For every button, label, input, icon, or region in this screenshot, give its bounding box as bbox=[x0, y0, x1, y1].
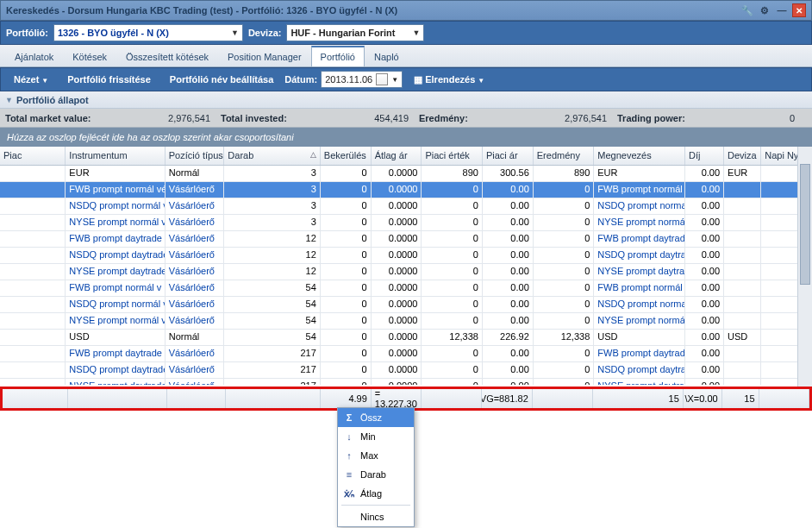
gear-icon[interactable]: ⚙ bbox=[758, 3, 771, 17]
menu-item-össz[interactable]: ΣÖssz bbox=[338, 408, 414, 427]
footer-cell[interactable]: \X=0.00 bbox=[684, 389, 722, 408]
footer-cell[interactable]: = 13,227.30 bbox=[372, 389, 422, 408]
column-header[interactable]: Eredmény bbox=[534, 147, 595, 165]
grid-header: PiacInstrumentumPozíció típusDarabBekerü… bbox=[0, 147, 812, 166]
cell: FWB prompt daytrade bbox=[66, 346, 165, 361]
table-row[interactable]: NSDQ prompt normál vVásárlóerő5400.00000… bbox=[0, 297, 812, 313]
tab-ajánlatok[interactable]: Ajánlatok bbox=[5, 47, 63, 66]
cell: 0.00 bbox=[483, 231, 534, 247]
column-header[interactable]: Pozíció típus bbox=[166, 147, 225, 165]
scrollbar-thumb[interactable] bbox=[800, 164, 810, 285]
portfolio-select[interactable]: 1326 - BYO ügyfél - N (X) ▼ bbox=[53, 24, 243, 41]
datum-label: Dátum: bbox=[284, 74, 317, 85]
cell: 12 bbox=[224, 248, 321, 263]
nezet-button[interactable]: Nézet▼ bbox=[6, 71, 56, 88]
table-row[interactable]: USDNormál5400.000012,338226.9212,338USD0… bbox=[0, 330, 812, 346]
footer-cell[interactable] bbox=[759, 389, 809, 408]
cell: 0 bbox=[534, 215, 595, 230]
cell: 217 bbox=[224, 379, 321, 385]
grid-body[interactable]: EURNormál300.0000890300.56890EUR0.00EURF… bbox=[0, 166, 812, 385]
column-header[interactable]: Piaci érték bbox=[422, 147, 483, 165]
deviza-label: Deviza: bbox=[248, 28, 282, 38]
table-row[interactable]: NSDQ prompt normál vVásárlóerő300.000000… bbox=[0, 198, 812, 215]
column-header[interactable]: Bekerülés bbox=[321, 147, 372, 165]
footer-cell[interactable] bbox=[226, 389, 322, 408]
footer-cell[interactable]: \VG=881.82 bbox=[482, 389, 532, 408]
cell: Normál bbox=[166, 330, 225, 345]
cell: 0.00 bbox=[685, 280, 724, 296]
table-row[interactable]: NYSE prompt daytradeVásárlóerő21700.0000… bbox=[0, 379, 812, 385]
column-header[interactable]: Megnevezés bbox=[594, 147, 685, 165]
cell: 12 bbox=[224, 231, 321, 247]
tab-összesített-kötések[interactable]: Összesített kötések bbox=[116, 47, 218, 66]
cell: 0.00 bbox=[483, 362, 534, 378]
menu-item-min[interactable]: ↓Min bbox=[338, 427, 414, 446]
elrendezes-button[interactable]: ▦ Elrendezés▼ bbox=[406, 71, 492, 89]
wrench-icon[interactable]: 🔧 bbox=[740, 3, 754, 17]
cell: 0.0000 bbox=[372, 215, 422, 230]
cell bbox=[0, 182, 66, 198]
column-header[interactable]: Darab bbox=[224, 147, 321, 165]
deviza-select[interactable]: HUF - Hungarian Forint ▼ bbox=[286, 24, 424, 41]
cell: 0 bbox=[321, 264, 372, 280]
section-header[interactable]: ▼ Portfólió állapot bbox=[0, 91, 812, 109]
tab-position-manager[interactable]: Position Manager bbox=[218, 47, 311, 66]
menu-item-darab[interactable]: ≡Darab bbox=[338, 465, 414, 484]
footer-cell[interactable]: 4.99 bbox=[321, 389, 371, 408]
cell: 0.00 bbox=[483, 313, 534, 329]
cell: 0.0000 bbox=[372, 166, 422, 181]
cell: 0 bbox=[534, 248, 595, 263]
table-row[interactable]: NYSE prompt daytradeVásárlóerő1200.00000… bbox=[0, 264, 812, 280]
column-header[interactable]: Átlag ár bbox=[372, 147, 422, 165]
tab-portfólió[interactable]: Portfólió bbox=[311, 46, 365, 66]
cell: 226.92 bbox=[483, 330, 534, 345]
footer-cell[interactable] bbox=[533, 389, 593, 408]
cell: Vásárlóerő bbox=[166, 379, 225, 385]
group-hint[interactable]: Húzza az oszlop fejlécét ide ha az oszlo… bbox=[0, 128, 812, 147]
chevron-down-icon[interactable]: ▼ bbox=[391, 76, 398, 84]
cell: 0.00 bbox=[483, 198, 534, 214]
tab-kötések[interactable]: Kötések bbox=[63, 47, 116, 66]
table-row[interactable]: NSDQ prompt daytradeVásárlóerő21700.0000… bbox=[0, 362, 812, 379]
ti-label: Total invested: bbox=[215, 113, 345, 123]
frissites-button[interactable]: Portfólió frissítése bbox=[59, 71, 159, 88]
column-header[interactable]: Piac bbox=[0, 147, 66, 165]
table-row[interactable]: FWB prompt normál véVásárlóerő300.000000… bbox=[0, 182, 812, 198]
cell: Vásárlóerő bbox=[166, 264, 225, 280]
tab-napló[interactable]: Napló bbox=[365, 47, 409, 66]
table-row[interactable]: FWB prompt normál vVásárlóerő5400.000000… bbox=[0, 280, 812, 297]
table-row[interactable]: FWB prompt daytradeVásárlóerő21700.00000… bbox=[0, 346, 812, 362]
footer-cell[interactable] bbox=[422, 389, 482, 408]
datum-field[interactable]: 2013.11.06 ▼ bbox=[321, 71, 403, 88]
menu-item-max[interactable]: ↑Max bbox=[338, 446, 414, 465]
cell: EUR bbox=[724, 166, 761, 181]
footer-cell[interactable] bbox=[167, 389, 226, 408]
table-row[interactable]: NYSE prompt normál vVásárlóerő5400.00000… bbox=[0, 313, 812, 330]
column-header[interactable]: Instrumentum bbox=[66, 147, 165, 165]
cell: NSDQ prompt daytrade bbox=[66, 248, 165, 263]
scrollbar-vertical[interactable] bbox=[797, 147, 812, 411]
cell: 0.00 bbox=[685, 231, 724, 247]
menu-item-nincs[interactable]: Nincs bbox=[338, 507, 414, 526]
table-row[interactable]: NSDQ prompt daytradeVásárlóerő1200.00000… bbox=[0, 248, 812, 264]
footer-cell[interactable]: 15 bbox=[593, 389, 684, 408]
column-header[interactable]: Díj bbox=[685, 147, 724, 165]
footer-cell[interactable] bbox=[3, 389, 68, 408]
table-row[interactable]: EURNormál300.0000890300.56890EUR0.00EUR bbox=[0, 166, 812, 182]
cell bbox=[724, 182, 761, 198]
cell: 0.0000 bbox=[372, 313, 422, 329]
column-header[interactable]: Piaci ár bbox=[483, 147, 534, 165]
minimize-icon[interactable]: — bbox=[775, 3, 789, 17]
footer-cell[interactable]: 15 bbox=[722, 389, 759, 408]
cell: FWB prompt normál bbox=[594, 182, 685, 198]
table-row[interactable]: NYSE prompt normál vVásárlóerő300.000000… bbox=[0, 215, 812, 231]
cell: Vásárlóerő bbox=[166, 362, 225, 378]
menu-item-átlag[interactable]: ẋ⁄ₙÁtlag bbox=[338, 484, 414, 503]
cell: 54 bbox=[224, 330, 321, 345]
footer-cell[interactable] bbox=[68, 389, 167, 408]
nevbeallitas-button[interactable]: Portfólió név beállítása bbox=[162, 71, 281, 88]
calendar-icon[interactable] bbox=[376, 73, 388, 85]
column-header[interactable]: Deviza bbox=[724, 147, 761, 165]
table-row[interactable]: FWB prompt daytradeVásárlóerő1200.000000… bbox=[0, 231, 812, 248]
close-icon[interactable]: ✕ bbox=[792, 3, 806, 17]
